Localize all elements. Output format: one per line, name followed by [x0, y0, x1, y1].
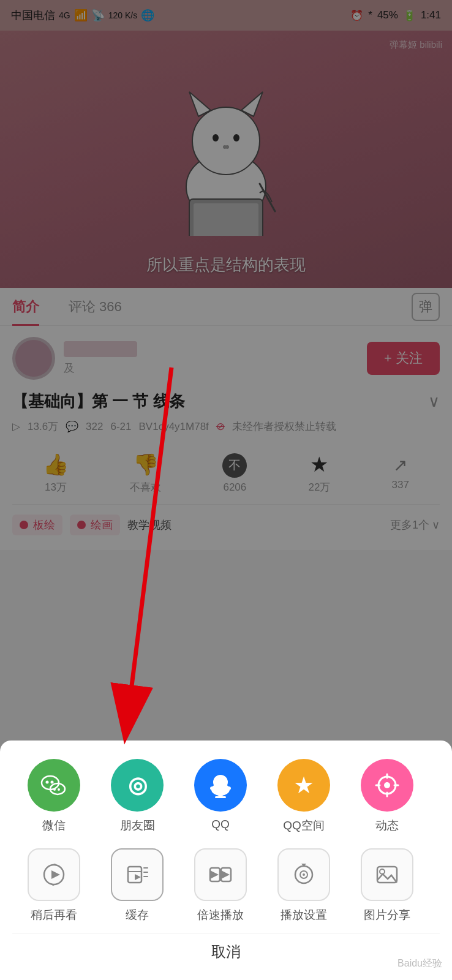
share-qq[interactable]: QQ [179, 759, 262, 831]
playback-icon [277, 848, 330, 901]
image-share-label: 图片分享 [364, 907, 410, 923]
share-wechat[interactable]: 微信 [12, 759, 96, 834]
cancel-label: 取消 [211, 943, 241, 960]
dynamic-icon [361, 759, 413, 812]
carrier-label: 中国电信 [11, 8, 55, 23]
wifi-icon: 📡 [91, 9, 105, 22]
tag-jiaoxue[interactable]: 教学视频 [127, 518, 171, 532]
tab-intro[interactable]: 简介 [12, 288, 39, 326]
dislike-icon: 👎 [133, 452, 159, 477]
more-chevron-icon: ∨ [432, 518, 440, 532]
share-sheet: 微信 ◎ 朋友圈 QQ [0, 741, 452, 980]
tag-huihua-label: 绘画 [91, 518, 113, 532]
tag-dot-icon2 [77, 521, 86, 529]
share-row-1: 微信 ◎ 朋友圈 QQ [12, 759, 440, 834]
moments-icon: ◎ [111, 759, 164, 812]
avatar[interactable] [12, 337, 55, 380]
no-copyright-text: 未经作者授权禁止转载 [232, 420, 336, 434]
status-right: ⏰ * 45% 🔋 1:41 [350, 9, 441, 22]
user-row: 及 + 关注 [12, 337, 440, 380]
video-area[interactable]: 弹幕姬 bilibili [0, 31, 452, 288]
video-watermark: 弹幕姬 bilibili [390, 39, 442, 51]
playback-label: 播放设置 [281, 907, 327, 923]
baidu-watermark: Baidu经验 [397, 957, 442, 970]
battery-label: 45% [377, 9, 398, 21]
share-count: 337 [392, 479, 409, 491]
video-meta: ▷ 13.6万 💬 322 6-21 BV1cy4y1M78f ⊘ 未经作者授权… [12, 420, 440, 434]
moments-label: 朋友圈 [120, 818, 155, 834]
chevron-down-icon[interactable]: ∨ [428, 392, 440, 411]
action-row: 👍 13万 👎 不喜欢 不 6206 ★ 22万 ↗ 337 [12, 446, 440, 505]
watchlater-label: 稍后再看 [31, 907, 77, 923]
image-share-icon [361, 848, 413, 901]
date-label: 6-21 [110, 421, 131, 433]
star-icon: ★ [310, 452, 328, 477]
tag-huihua[interactable]: 绘画 [70, 514, 120, 535]
battery-icon: 🔋 [403, 9, 416, 22]
speed-icon [194, 848, 247, 901]
barrage-button[interactable]: 弹 [412, 293, 440, 321]
cat-illustration [153, 70, 299, 236]
bvid-label: BV1cy4y1M78f [139, 421, 209, 433]
share-dynamic[interactable]: 动态 [345, 759, 429, 834]
content-area: 及 + 关注 【基础向】第 一 节 线条 ∨ ▷ 13.6万 💬 322 6-2… [0, 326, 452, 550]
browser-icon: 🌐 [141, 9, 154, 22]
signal-4g-label: 4G [59, 10, 70, 20]
svg-point-23 [226, 786, 231, 790]
func-watchlater[interactable]: 稍后再看 [12, 848, 96, 923]
share-moments[interactable]: ◎ 朋友圈 [96, 759, 179, 834]
follow-button[interactable]: + 关注 [367, 342, 440, 375]
page-wrapper: 中国电信 4G 📶 📡 120 K/s 🌐 ⏰ * 45% 🔋 1:41 弹幕姬… [0, 0, 452, 980]
share-qqzone[interactable]: ★ QQ空间 [262, 759, 345, 834]
func-image-share[interactable]: 图片分享 [345, 848, 429, 923]
like-icon: 👍 [43, 452, 69, 477]
user-name-block: 及 [64, 341, 137, 375]
status-bar: 中国电信 4G 📶 📡 120 K/s 🌐 ⏰ * 45% 🔋 1:41 [0, 0, 452, 31]
play-icon: ▷ [12, 420, 20, 433]
action-coin[interactable]: 不 6206 [222, 453, 247, 494]
svg-point-46 [303, 873, 305, 876]
video-title-row: 【基础向】第 一 节 线条 ∨ [12, 391, 440, 412]
action-like[interactable]: 👍 13万 [43, 452, 69, 494]
tab-comments[interactable]: 评论 366 [69, 288, 122, 326]
more-tags-label: 更多1个 [390, 518, 429, 532]
svg-point-50 [380, 869, 385, 874]
share-icon: ↗ [393, 455, 407, 475]
svg-point-1 [192, 107, 260, 175]
tag-dot-icon [20, 521, 28, 529]
svg-rect-9 [194, 203, 258, 236]
wechat-label: 微信 [42, 818, 66, 834]
cancel-button[interactable]: 取消 [12, 933, 440, 974]
func-speed[interactable]: 倍速播放 [179, 848, 262, 923]
like-count: 13万 [45, 480, 67, 494]
coin-count: 6206 [223, 481, 246, 494]
signal-bars-icon: 📶 [74, 9, 88, 22]
svg-marker-36 [135, 874, 141, 880]
tabs-area: 简介 评论 366 弹 [0, 288, 452, 326]
tag-banhua[interactable]: 板绘 [12, 514, 62, 535]
svg-marker-41 [210, 870, 219, 879]
user-tag: 及 [64, 361, 137, 375]
more-tags-button[interactable]: 更多1个 ∨ [390, 518, 440, 532]
svg-rect-24 [218, 794, 223, 796]
main-content: 中国电信 4G 📶 📡 120 K/s 🌐 ⏰ * 45% 🔋 1:41 弹幕姬… [0, 0, 452, 550]
svg-marker-43 [221, 870, 230, 879]
cache-label: 缓存 [126, 907, 149, 923]
action-share[interactable]: ↗ 337 [392, 455, 409, 491]
user-name-blurred [64, 341, 137, 357]
speed-label: 120 K/s [108, 10, 137, 20]
speed-label: 倍速播放 [197, 907, 244, 923]
qq-icon [194, 759, 247, 812]
action-dislike[interactable]: 👎 不喜欢 [130, 452, 161, 494]
cache-icon [111, 848, 164, 901]
func-cache[interactable]: 缓存 [96, 848, 179, 923]
dislike-label: 不喜欢 [130, 480, 161, 494]
video-title: 【基础向】第 一 节 线条 [12, 391, 185, 412]
func-playback[interactable]: 播放设置 [262, 848, 345, 923]
video-subtitle: 所以重点是结构的表现 [146, 254, 306, 276]
svg-point-7 [225, 145, 229, 149]
action-star[interactable]: ★ 22万 [308, 452, 330, 494]
coin-icon: 不 [222, 453, 247, 478]
svg-rect-25 [215, 796, 226, 798]
qqzone-icon: ★ [277, 759, 330, 812]
